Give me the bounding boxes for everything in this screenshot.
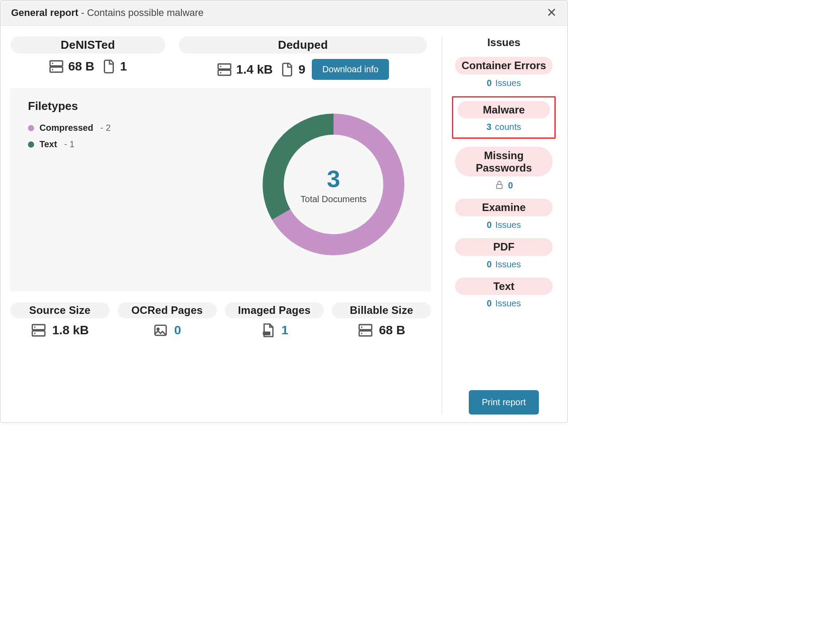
denisted-stats: 68 B 1 bbox=[49, 59, 127, 74]
denisted-label: DeNISTed bbox=[10, 36, 165, 54]
donut-label: Total Documents bbox=[301, 194, 367, 204]
imaged-pages-stat: 1 bbox=[260, 323, 289, 338]
denisted-size-value: 68 B bbox=[68, 59, 94, 74]
deduped-size-value: 1.4 kB bbox=[236, 63, 273, 77]
imaged-pages-value: 1 bbox=[282, 323, 289, 337]
image-icon bbox=[153, 323, 168, 338]
filetypes-panel: Filetypes Compressed - 2 Text - 1 bbox=[10, 88, 431, 292]
imaged-pages-card: Imaged Pages 1 bbox=[225, 302, 324, 338]
donut-total: 3 bbox=[301, 165, 367, 192]
legend-dot-icon bbox=[28, 141, 34, 148]
legend-count: - 1 bbox=[64, 139, 75, 149]
documents-icon bbox=[101, 59, 116, 74]
server-icon bbox=[49, 59, 64, 74]
svg-rect-18 bbox=[359, 331, 371, 336]
denisted-docs: 1 bbox=[101, 59, 127, 74]
title-sub: - Contains possible malware bbox=[79, 7, 204, 18]
dialog-header: General report - Contains possible malwa… bbox=[0, 0, 567, 26]
source-size-value: 1.8 kB bbox=[52, 323, 89, 337]
ocr-pages-label: OCRed Pages bbox=[118, 302, 217, 318]
server-icon bbox=[358, 323, 373, 338]
ocr-pages-card: OCRed Pages 0 bbox=[118, 302, 217, 338]
dialog-content: DeNISTed 68 B 1 bbox=[0, 26, 567, 423]
deduped-size: 1.4 kB bbox=[217, 62, 273, 77]
issue-count: 0 Issues bbox=[455, 78, 553, 88]
ocr-pages-value: 0 bbox=[174, 323, 181, 337]
server-icon bbox=[31, 323, 46, 338]
close-icon[interactable]: ✕ bbox=[546, 7, 557, 19]
top-summary-row: DeNISTed 68 B 1 bbox=[10, 36, 431, 80]
billable-size-stat: 68 B bbox=[358, 323, 405, 338]
imaged-pages-label: Imaged Pages bbox=[225, 302, 324, 318]
filetypes-donut-chart: 3 Total Documents bbox=[254, 99, 413, 270]
pdf-icon bbox=[260, 323, 275, 338]
issue-count: 0 bbox=[455, 180, 553, 191]
issue-label: Missing Passwords bbox=[455, 147, 553, 176]
deduped-label: Deduped bbox=[179, 36, 427, 54]
svg-rect-16 bbox=[263, 332, 270, 336]
deduped-docs: 9 bbox=[279, 62, 306, 77]
bottom-stats-row: Source Size 1.8 kB OCRed Pages 0 bbox=[10, 302, 431, 338]
donut-center: 3 Total Documents bbox=[301, 165, 367, 204]
billable-size-card: Billable Size 68 B bbox=[332, 302, 431, 338]
deduped-card: Deduped 1.4 kB 9 Download info bbox=[179, 36, 427, 80]
filetypes-title: Filetypes bbox=[28, 99, 240, 113]
issue-label: Malware bbox=[458, 101, 550, 119]
issue-examine[interactable]: Examine 0 Issues bbox=[455, 199, 553, 230]
issue-count: 3 counts bbox=[456, 122, 552, 132]
svg-rect-17 bbox=[359, 325, 371, 329]
dialog-title: General report - Contains possible malwa… bbox=[11, 7, 204, 19]
issue-count: 0 Issues bbox=[455, 220, 553, 230]
issue-label: Text bbox=[455, 278, 553, 295]
source-size-stat: 1.8 kB bbox=[31, 323, 89, 338]
deduped-stats: 1.4 kB 9 Download info bbox=[217, 59, 389, 80]
ocr-pages-stat: 0 bbox=[153, 323, 181, 338]
billable-size-label: Billable Size bbox=[332, 302, 431, 318]
issue-label: Examine bbox=[455, 199, 553, 216]
issue-malware[interactable]: Malware 3 counts bbox=[452, 96, 556, 139]
legend-name: Compressed bbox=[39, 123, 93, 133]
issue-label: PDF bbox=[455, 238, 553, 256]
issues-title: Issues bbox=[487, 36, 521, 49]
legend-item-text: Text - 1 bbox=[28, 139, 240, 149]
denisted-docs-value: 1 bbox=[120, 59, 127, 74]
billable-size-value: 68 B bbox=[379, 323, 405, 337]
server-icon bbox=[217, 62, 232, 77]
legend-dot-icon bbox=[28, 125, 34, 131]
svg-rect-21 bbox=[497, 184, 502, 188]
print-report-button[interactable]: Print report bbox=[469, 390, 539, 415]
issue-missing-passwords[interactable]: Missing Passwords 0 bbox=[455, 147, 553, 191]
issues-sidebar: Issues Container Errors 0 Issues Malware… bbox=[442, 36, 557, 415]
title-main: General report bbox=[11, 7, 79, 18]
svg-point-15 bbox=[157, 328, 159, 330]
legend-count: - 2 bbox=[100, 123, 110, 133]
issue-pdf[interactable]: PDF 0 Issues bbox=[455, 238, 553, 270]
issue-container-errors[interactable]: Container Errors 0 Issues bbox=[455, 57, 553, 88]
lock-icon bbox=[495, 180, 504, 191]
issue-count: 0 Issues bbox=[455, 298, 553, 309]
denisted-size: 68 B bbox=[49, 59, 94, 74]
download-info-button[interactable]: Download info bbox=[312, 59, 389, 80]
documents-icon bbox=[279, 62, 294, 77]
legend-name: Text bbox=[39, 139, 57, 149]
denisted-card: DeNISTed 68 B 1 bbox=[10, 36, 165, 80]
source-size-card: Source Size 1.8 kB bbox=[10, 302, 110, 338]
issue-text[interactable]: Text 0 Issues bbox=[455, 278, 553, 309]
main-panel: DeNISTed 68 B 1 bbox=[10, 36, 442, 415]
issue-label: Container Errors bbox=[455, 57, 553, 74]
legend-item-compressed: Compressed - 2 bbox=[28, 123, 240, 133]
filetypes-legend: Filetypes Compressed - 2 Text - 1 bbox=[28, 99, 240, 270]
issue-count: 0 Issues bbox=[455, 259, 553, 270]
source-size-label: Source Size bbox=[10, 302, 110, 318]
deduped-docs-value: 9 bbox=[298, 63, 306, 77]
